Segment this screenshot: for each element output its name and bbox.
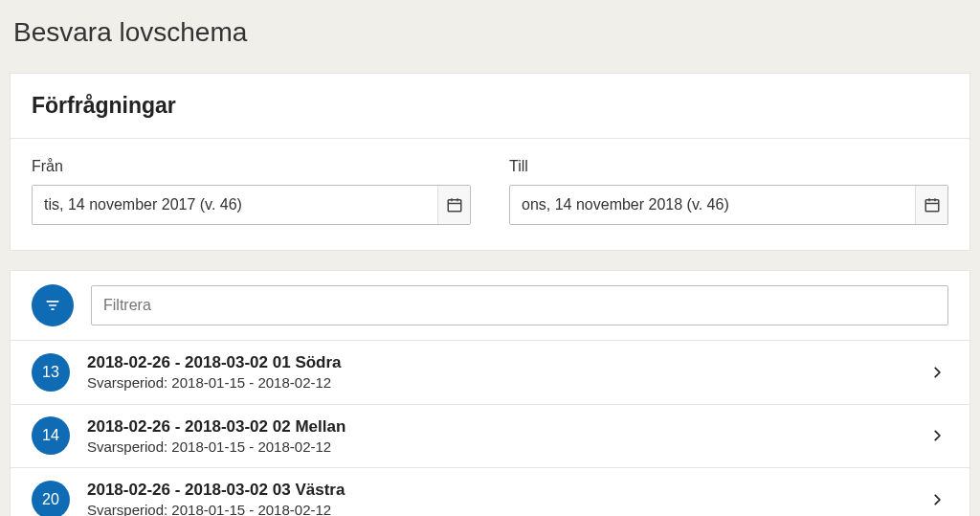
filter-button[interactable]	[32, 284, 74, 326]
calendar-icon	[924, 196, 941, 213]
page-title: Besvara lovschema	[13, 17, 970, 48]
filter-icon	[43, 296, 62, 315]
item-title: 2018-02-26 - 2018-03-02 02 Mellan	[87, 416, 908, 437]
list-panel: 13 2018-02-26 - 2018-03-02 01 Södra Svar…	[10, 270, 970, 516]
calendar-icon	[446, 196, 463, 213]
filter-input[interactable]	[91, 285, 948, 325]
item-text: 2018-02-26 - 2018-03-02 01 Södra Svarspe…	[87, 352, 908, 393]
from-date-input[interactable]	[33, 186, 437, 224]
item-subtitle: Svarsperiod: 2018-01-15 - 2018-02-12	[87, 373, 908, 393]
to-input-wrap	[509, 185, 948, 225]
svg-rect-4	[925, 200, 939, 212]
count-badge: 13	[32, 353, 70, 392]
from-label: Från	[32, 158, 471, 175]
list-item[interactable]: 20 2018-02-26 - 2018-03-02 03 Västra Sva…	[11, 467, 969, 516]
item-subtitle: Svarsperiod: 2018-01-15 - 2018-02-12	[87, 437, 908, 457]
to-field: Till	[509, 158, 948, 225]
from-field: Från	[32, 158, 471, 225]
from-date-picker-button[interactable]	[437, 186, 470, 224]
requests-heading: Förfrågningar	[11, 74, 969, 139]
count-badge: 20	[32, 481, 70, 516]
chevron-right-icon	[925, 429, 948, 442]
requests-panel: Förfrågningar Från Till	[10, 73, 970, 251]
period-row: Från Till	[11, 139, 969, 250]
item-title: 2018-02-26 - 2018-03-02 01 Södra	[87, 352, 908, 373]
item-text: 2018-02-26 - 2018-03-02 02 Mellan Svarsp…	[87, 416, 908, 457]
chevron-right-icon	[925, 366, 948, 379]
count-badge: 14	[32, 416, 70, 455]
item-subtitle: Svarsperiod: 2018-01-15 - 2018-02-12	[87, 501, 908, 516]
list-item[interactable]: 14 2018-02-26 - 2018-03-02 02 Mellan Sva…	[11, 404, 969, 468]
filter-row	[11, 284, 969, 340]
to-label: Till	[509, 158, 948, 175]
svg-rect-0	[448, 200, 461, 212]
to-date-input[interactable]	[510, 186, 915, 224]
item-text: 2018-02-26 - 2018-03-02 03 Västra Svarsp…	[87, 480, 908, 516]
to-date-picker-button[interactable]	[915, 186, 947, 224]
item-title: 2018-02-26 - 2018-03-02 03 Västra	[87, 480, 908, 501]
list-item[interactable]: 13 2018-02-26 - 2018-03-02 01 Södra Svar…	[11, 340, 969, 404]
from-input-wrap	[32, 185, 471, 225]
chevron-right-icon	[925, 493, 948, 506]
